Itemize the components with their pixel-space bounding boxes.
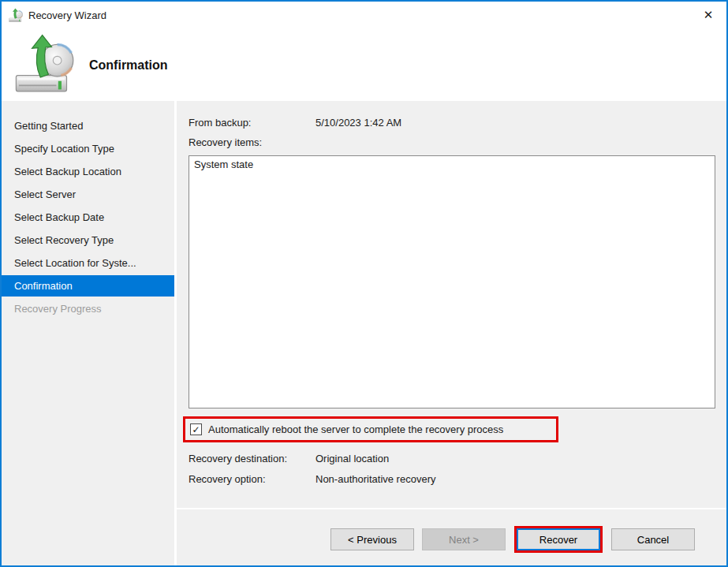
reboot-checkbox[interactable]: ✓ [190,423,202,435]
from-backup-value: 5/10/2023 1:42 AM [315,117,401,129]
previous-button[interactable]: < Previous [330,528,414,550]
sidebar-item-select-location-for-system-state: Select Location for Syste... [2,252,174,274]
recover-button[interactable]: Recover [517,528,600,550]
sidebar-item-select-server: Select Server [2,184,174,205]
page-title: Confirmation [89,58,168,73]
sidebar-item-confirmation: Confirmation [2,275,174,297]
recovery-destination-label: Recovery destination: [189,453,287,464]
reboot-checkbox-highlight: ✓ Automatically reboot the server to com… [183,416,558,442]
cancel-button[interactable]: Cancel [611,528,695,550]
wizard-content: Getting Started Specify Location Type Se… [2,101,726,565]
recovery-items-listbox[interactable]: System state [189,155,715,408]
wizard-header: Confirmation [2,28,726,101]
window-title: Recovery Wizard [28,9,106,21]
footer-separator [177,508,726,509]
recovery-wizard-window: Recovery Wizard ✕ Confirmation Getting S… [0,0,728,567]
next-button: Next > [422,528,506,550]
close-icon: ✕ [704,8,714,22]
sidebar-item-recovery-progress: Recovery Progress [2,298,174,319]
list-item-system-state[interactable]: System state [189,156,715,173]
recovery-option-label: Recovery option: [189,473,266,485]
sidebar-item-getting-started: Getting Started [2,115,174,136]
recovery-items-label: Recovery items: [189,136,262,148]
sidebar-item-select-backup-location: Select Backup Location [2,161,174,182]
close-button[interactable]: ✕ [690,2,726,28]
sidebar-item-select-backup-date: Select Backup Date [2,207,174,228]
sidebar-item-specify-location-type: Specify Location Type [2,138,174,159]
checkmark-icon: ✓ [192,425,200,435]
wizard-steps-sidebar: Getting Started Specify Location Type Se… [2,101,177,565]
recovery-option-value: Non-authoritative recovery [315,473,435,485]
from-backup-label: From backup: [189,117,251,129]
recovery-wizard-icon [9,8,23,22]
recovery-disk-icon [14,32,74,93]
title-bar: Recovery Wizard ✕ [2,2,726,28]
recover-button-highlight: Recover [514,526,603,553]
reboot-checkbox-label[interactable]: Automatically reboot the server to compl… [208,423,503,435]
confirmation-pane: From backup: 5/10/2023 1:42 AM Recovery … [177,101,726,565]
sidebar-item-select-recovery-type: Select Recovery Type [2,229,174,251]
recovery-destination-value: Original location [315,453,389,464]
